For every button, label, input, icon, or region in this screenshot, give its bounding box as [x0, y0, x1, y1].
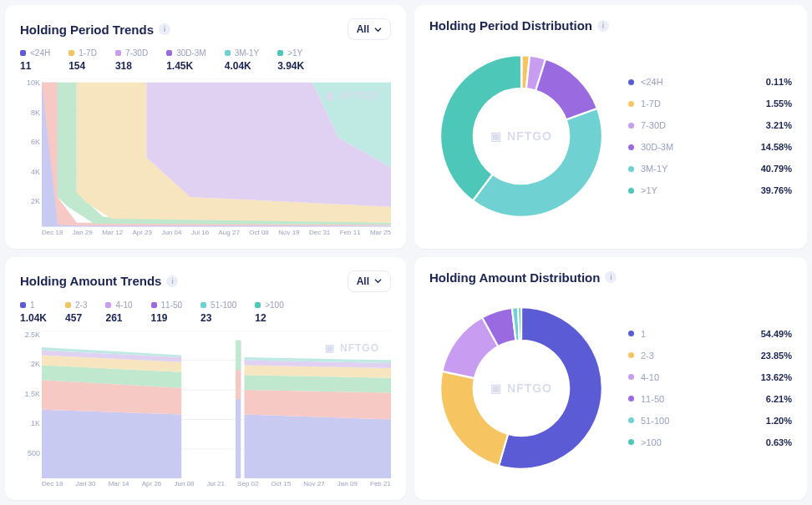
donut-slice[interactable] — [440, 371, 508, 466]
legend-item[interactable]: 7-30D318 — [115, 48, 148, 72]
title-text: Holding Period Trends — [20, 23, 154, 37]
svg-rect-14 — [236, 340, 241, 370]
card-title: Holding Period Trends i — [20, 23, 170, 37]
dist-legend-item[interactable]: 51-1001.20% — [628, 416, 792, 426]
period-dist-legend: <24H0.11%1-7D1.55%7-30D3.21%30D-3M14.58%… — [628, 77, 792, 195]
dist-legend-item[interactable]: 4-1013.62% — [628, 372, 792, 382]
legend-item[interactable]: >1Y3.94K — [277, 48, 304, 72]
legend-item[interactable]: >10012 — [255, 300, 284, 324]
legend-item[interactable]: 11-50119 — [151, 300, 183, 324]
dist-legend-item[interactable]: >1000.63% — [628, 437, 792, 447]
info-icon[interactable]: i — [605, 271, 617, 283]
dist-legend-item[interactable]: 1-7D1.55% — [628, 98, 792, 109]
title-text: Holding Amount Trends — [20, 274, 161, 288]
legend-item[interactable]: 3M-1Y4.04K — [225, 48, 259, 72]
period-trends-legend: <24H111-7D1547-30D31830D-3M1.45K3M-1Y4.0… — [20, 48, 391, 72]
donut-slice[interactable] — [440, 55, 521, 200]
amount-dist-donut[interactable]: ▣ NFTGO — [429, 296, 613, 480]
legend-item[interactable]: 30D-3M1.45K — [166, 48, 206, 72]
legend-item[interactable]: 1-7D154 — [69, 48, 97, 72]
legend-item[interactable]: 11.04K — [20, 300, 47, 324]
title-text: Holding Period Distribution — [429, 18, 592, 33]
legend-item[interactable]: 2-3457 — [65, 300, 87, 324]
dist-legend-item[interactable]: >1Y39.76% — [628, 185, 792, 195]
holding-period-trends-card: Holding Period Trends i All <24H111-7D15… — [5, 5, 406, 249]
card-title: Holding Amount Distribution i — [429, 270, 792, 285]
legend-item[interactable]: 4-10261 — [105, 300, 132, 324]
chevron-down-icon — [374, 277, 382, 285]
amount-trends-filter-dropdown[interactable]: All — [348, 270, 391, 292]
period-trends-filter-dropdown[interactable]: All — [348, 18, 391, 40]
dist-legend-item[interactable]: 7-30D3.21% — [628, 120, 792, 130]
info-icon[interactable]: i — [166, 275, 178, 287]
info-icon[interactable]: i — [597, 20, 609, 32]
dist-legend-item[interactable]: 154.49% — [628, 329, 792, 339]
card-title: Holding Period Distribution i — [429, 18, 792, 33]
donut-slice[interactable] — [473, 109, 602, 217]
dist-legend-item[interactable]: 2-323.85% — [628, 351, 792, 361]
amount-dist-legend: 154.49%2-323.85%4-1013.62%11-506.21%51-1… — [628, 329, 792, 447]
title-text: Holding Amount Distribution — [429, 270, 600, 285]
holding-period-dist-card: Holding Period Distribution i ▣ NFTGO <2… — [414, 5, 807, 249]
chevron-down-icon — [374, 26, 382, 33]
legend-item[interactable]: <24H11 — [20, 48, 50, 72]
legend-item[interactable]: 51-10023 — [200, 300, 236, 324]
donut-slice[interactable] — [535, 59, 597, 120]
amount-trends-chart[interactable]: 2.5K2K1.5K1K500 — [20, 331, 391, 492]
card-title: Holding Amount Trends i — [20, 274, 178, 288]
period-dist-donut[interactable]: ▣ NFTGO — [429, 44, 613, 228]
dist-legend-item[interactable]: 3M-1Y40.79% — [628, 164, 792, 174]
filter-label: All — [357, 275, 369, 287]
dist-legend-item[interactable]: <24H0.11% — [628, 77, 792, 87]
period-trends-chart[interactable]: 10K8K6K4K2K ▣ NFTGO — [20, 78, 391, 240]
donut-slice[interactable] — [518, 307, 521, 341]
holding-amount-dist-card: Holding Amount Distribution i ▣ NFTGO 15… — [414, 257, 807, 501]
holding-amount-trends-card: Holding Amount Trends i All 11.04K2-3457… — [5, 257, 406, 501]
dist-legend-item[interactable]: 30D-3M14.58% — [628, 142, 792, 152]
filter-label: All — [357, 23, 369, 35]
dist-legend-item[interactable]: 11-506.21% — [628, 394, 792, 404]
info-icon[interactable]: i — [159, 23, 170, 35]
amount-trends-legend: 11.04K2-34574-1026111-5011951-10023>1001… — [20, 300, 391, 324]
